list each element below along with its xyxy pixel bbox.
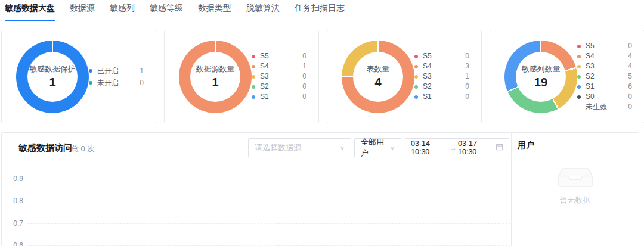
legend-label: S3 bbox=[423, 71, 432, 82]
legend-value: 0 bbox=[465, 92, 469, 102]
legend-label: S5 bbox=[423, 51, 432, 61]
legend-value: 3 bbox=[465, 61, 469, 71]
legend-row: 未生效 0 bbox=[577, 102, 632, 112]
empty-state: 暂无数据 bbox=[512, 164, 639, 205]
legend-row: S1 0 bbox=[252, 92, 306, 102]
tab-item-0[interactable]: 敏感数据大盘 bbox=[5, 0, 55, 21]
legend-value: 0 bbox=[628, 41, 632, 51]
legend-row: S5 0 bbox=[414, 51, 469, 61]
legend-row: S3 4 bbox=[577, 61, 632, 71]
legend-row: S2 5 bbox=[577, 71, 632, 82]
arrow-right-icon: → bbox=[448, 144, 458, 152]
legend-row: S2 0 bbox=[252, 82, 306, 92]
donut-chart: 数据源数量 1 bbox=[179, 41, 252, 113]
legend-value: 1 bbox=[140, 65, 144, 77]
legend-label: 未开启 bbox=[97, 77, 119, 89]
legend-dot-icon bbox=[577, 55, 581, 58]
legend-dot-icon bbox=[89, 69, 92, 73]
stat-card: 敏感列数量 19 S5 0 S4 4 S3 4 S2 5 S1 6 S0 0 未… bbox=[490, 30, 644, 123]
legend-label: S1 bbox=[586, 82, 595, 92]
legend-dot-icon bbox=[577, 105, 581, 109]
legend-row: S1 0 bbox=[414, 92, 469, 102]
tab-item-2[interactable]: 敏感列 bbox=[110, 0, 135, 21]
access-total-count: 总 0 次 bbox=[71, 144, 95, 154]
legend-row: S4 4 bbox=[577, 51, 632, 61]
chart-ytick-label: 0.6 bbox=[3, 241, 23, 246]
legend-dot-icon bbox=[414, 65, 418, 68]
legend-value: 0 bbox=[302, 71, 306, 82]
legend-label: S4 bbox=[260, 61, 269, 71]
legend-dot-icon bbox=[414, 75, 418, 79]
legend-label: S2 bbox=[586, 71, 595, 82]
legend-label: S2 bbox=[423, 82, 432, 92]
tab-item-1[interactable]: 数据源 bbox=[70, 0, 95, 21]
legend-dot-icon bbox=[414, 95, 418, 99]
legend-row: S4 3 bbox=[414, 61, 469, 71]
legend-value: 5 bbox=[628, 71, 632, 82]
donut-legend: S5 0 S4 3 S3 1 S2 0 S1 0 bbox=[414, 51, 469, 102]
chart-gridline bbox=[27, 223, 510, 224]
tab-item-5[interactable]: 脱敏算法 bbox=[246, 0, 280, 21]
donut-title: 表数量 bbox=[367, 64, 390, 74]
calendar-icon bbox=[496, 143, 503, 152]
legend-value: 0 bbox=[465, 51, 469, 61]
legend-dot-icon bbox=[252, 75, 255, 79]
donut-legend: 已开启 1 未开启 0 bbox=[89, 65, 144, 89]
chart-ytick-label: 0.9 bbox=[3, 175, 23, 183]
legend-dot-icon bbox=[577, 45, 581, 48]
empty-state-text: 暂无数据 bbox=[560, 195, 591, 205]
datasource-select[interactable]: 请选择数据源 ∨ bbox=[248, 138, 351, 157]
legend-label: S5 bbox=[586, 41, 595, 51]
user-filter-select[interactable]: 全部用户 ∨ bbox=[354, 138, 401, 157]
legend-value: 0 bbox=[302, 51, 306, 61]
date-range-picker[interactable]: 03-14 10:30 → 03-17 10:30 bbox=[405, 138, 509, 157]
chart-ytick-label: 0.7 bbox=[3, 219, 23, 228]
legend-dot-icon bbox=[577, 65, 581, 68]
legend-value: 0 bbox=[140, 77, 144, 89]
legend-dot-icon bbox=[252, 55, 255, 58]
legend-row: S3 0 bbox=[252, 71, 306, 82]
legend-dot-icon bbox=[577, 75, 581, 79]
tab-item-6[interactable]: 任务扫描日志 bbox=[295, 0, 345, 21]
legend-row: S4 1 bbox=[252, 61, 306, 71]
user-panel-title: 用户 bbox=[518, 140, 534, 151]
legend-dot-icon bbox=[252, 65, 255, 68]
donut-chart: 表数量 4 bbox=[342, 41, 414, 113]
datasource-select-placeholder: 请选择数据源 bbox=[255, 142, 301, 153]
legend-value: 4 bbox=[628, 61, 632, 71]
legend-row: S0 0 bbox=[577, 92, 632, 102]
donut-chart: 敏感列数量 19 bbox=[504, 41, 577, 113]
donut-chart: 敏感数据保护 1 bbox=[16, 41, 89, 113]
date-range-start: 03-14 10:30 bbox=[411, 139, 448, 156]
user-filter-value: 全部用户 bbox=[361, 137, 385, 158]
donut-legend: S5 0 S4 1 S3 0 S2 0 S1 0 bbox=[252, 51, 306, 102]
donut-title: 敏感数据保护 bbox=[29, 64, 76, 74]
access-section-title: 敏感数据访问 bbox=[18, 142, 72, 154]
donut-total: 1 bbox=[49, 76, 55, 89]
tab-item-4[interactable]: 数据类型 bbox=[198, 0, 231, 21]
chart-gridline bbox=[27, 179, 510, 179]
legend-value: 4 bbox=[628, 51, 632, 61]
legend-dot-icon bbox=[414, 55, 418, 58]
legend-label: S4 bbox=[423, 61, 432, 71]
legend-label: S4 bbox=[586, 51, 595, 61]
donut-title: 敏感列数量 bbox=[522, 64, 561, 74]
chevron-down-icon: ∨ bbox=[340, 145, 345, 151]
legend-dot-icon bbox=[252, 85, 255, 89]
legend-dot-icon bbox=[414, 85, 418, 89]
donut-total: 4 bbox=[374, 76, 381, 89]
donut-legend: S5 0 S4 4 S3 4 S2 5 S1 6 S0 0 未生效 0 bbox=[577, 41, 632, 112]
chart-ytick-label: 0.8 bbox=[3, 197, 23, 205]
stat-card: 表数量 4 S5 0 S4 3 S3 1 S2 0 S1 0 bbox=[327, 30, 482, 123]
donut-total: 19 bbox=[534, 76, 547, 89]
legend-row: S3 1 bbox=[414, 71, 469, 82]
donut-center: 敏感数据保护 1 bbox=[27, 52, 78, 102]
legend-row: 未开启 0 bbox=[89, 77, 144, 89]
tab-item-3[interactable]: 敏感等级 bbox=[150, 0, 183, 21]
legend-row: S5 0 bbox=[577, 41, 632, 51]
legend-value: 0 bbox=[302, 82, 306, 92]
legend-label: 已开启 bbox=[97, 65, 119, 77]
legend-label: S3 bbox=[586, 61, 595, 71]
access-section: 敏感数据访问 总 0 次 请选择数据源 ∨ 全部用户 ∨ 03-14 10:30… bbox=[1, 132, 639, 246]
legend-value: 1 bbox=[465, 71, 469, 82]
